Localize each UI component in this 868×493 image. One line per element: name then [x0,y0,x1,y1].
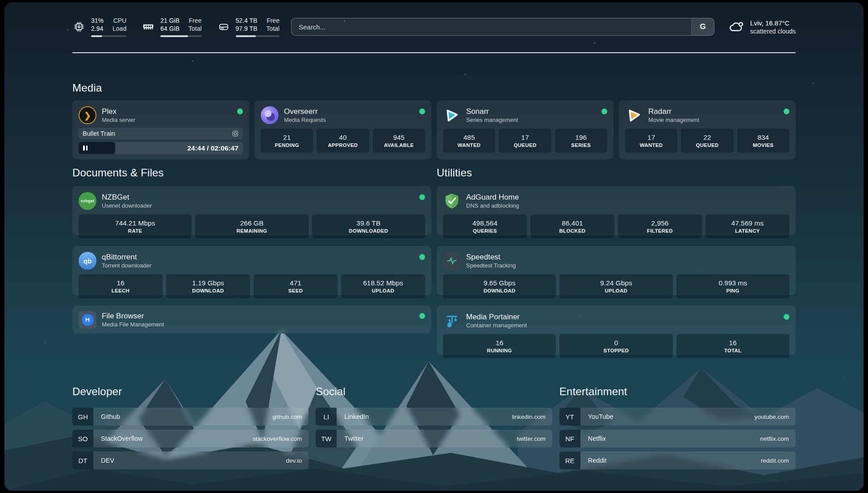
service-description: Container management [466,322,527,329]
cpu-progress-bar [91,35,126,37]
cpu-load-label: Load [113,25,126,33]
service-card-speedtest[interactable]: Speedtest Speedtest Tracking 9.65 Gbps D… [437,246,796,295]
service-name: Radarr [648,107,699,116]
portainer-icon [443,312,461,330]
status-dot [419,109,425,114]
disk-icon [217,20,230,33]
search-input[interactable] [292,18,691,35]
status-dot [601,109,607,114]
memory-free-label: Free [188,17,202,25]
stat-movies: 834 MOVIES [737,129,789,153]
memory-icon [142,20,155,33]
stat-running: 16 RUNNING [443,334,556,358]
plex-icon: ❯ [79,106,96,124]
search-bar: G [291,18,714,36]
disk-total-value: 97.9 TB [236,25,258,33]
service-description: Media server [102,116,135,124]
service-card-radarr[interactable]: Radarr Movie management 17 WANTED 22 QUE… [619,100,796,159]
stat-latency: 47.569 ms LATENCY [705,214,789,238]
service-card-qbittorrent[interactable]: qb qBittorrent Torrent downloader 16 LEE… [72,246,431,295]
stat-ping: 0.993 ms PING [676,274,789,298]
bookmark-reddit[interactable]: RE Reddit reddit.com [559,451,796,469]
service-stats: 498,564 QUERIES 86,401 BLOCKED 2,956 FIL… [443,214,789,238]
service-description: Movie management [648,116,699,124]
section-media: Media ❯ Plex Media server Bullet Train [72,82,796,159]
status-dot [784,314,789,320]
cpu-icon [72,20,86,33]
dashboard-window: 31% CPU 2.94 Load [4,2,864,491]
service-card-portainer[interactable]: Media Portainer Container management 16 … [437,306,796,355]
stat-queued: 17 QUEUED [499,129,551,153]
bookmark-netflix[interactable]: NF Netflix netflix.com [559,430,796,447]
service-description: Media Requests [284,116,326,124]
service-card-plex[interactable]: ❯ Plex Media server Bullet Train [72,100,249,159]
service-description: Usenet downloader [102,202,152,209]
section-title-utilities: Utilities [437,167,796,179]
search-provider-button[interactable]: G [691,18,714,35]
memory-total-label: Total [188,25,202,33]
service-stats: 16 RUNNING 0 STOPPED 16 TOTAL [443,334,789,358]
memory-total-value: 64 GiB [160,25,179,33]
bookmark-github[interactable]: GH Github github.com [72,408,309,426]
status-dot [237,109,243,114]
stat-download: 9.65 Gbps DOWNLOAD [443,274,556,298]
resource-widgets: 31% CPU 2.94 Load [72,17,280,37]
stat-approved: 40 APPROVED [317,129,369,153]
service-card-adguard[interactable]: AdGuard Home DNS and adblocking 498,564 … [437,186,796,235]
service-description: Torrent downloader [102,262,151,269]
now-playing-title: Bullet Train [83,130,115,137]
disk-free-label: Free [266,17,280,25]
stat-queries: 498,564 QUERIES [443,214,527,238]
stat-series: 196 SERIES [555,129,607,153]
status-dot [784,109,789,114]
service-name: Sonarr [466,107,518,116]
scattered-clouds-icon [728,18,745,35]
service-card-filebrowser[interactable]: File Browser Media File Management [72,306,431,334]
playback-elapsed [79,142,115,154]
bookmark-youtube[interactable]: YT YouTube youtube.com [559,408,796,426]
stat-seed: 471 SEED [254,274,338,298]
top-bar: 31% CPU 2.94 Load [72,12,796,42]
status-dot [419,313,425,319]
nzbget-icon: nzbget [79,192,96,210]
section-title-documents: Documents & Files [72,167,431,179]
bookmark-group-entertainment: Entertainment YT YouTube youtube.com NF … [559,385,796,469]
stat-remaining: 266 GB REMAINING [195,214,308,238]
section-documents: Documents & Files nzbget NZBGet Usenet d… [72,167,431,334]
weather-condition: scattered clouds [750,27,796,35]
service-name: Plex [102,107,135,116]
status-dot [419,194,425,200]
bookmark-stackoverflow[interactable]: SO StackOverflow stackoverflow.com [72,430,309,447]
service-name: qBittorrent [102,252,151,262]
service-name: Speedtest [466,252,516,262]
bookmark-twitter[interactable]: TW Twitter twitter.com [316,430,552,447]
status-dot [419,254,425,260]
service-description: DNS and adblocking [466,202,519,209]
stat-rate: 744.21 Mbps RATE [79,214,192,238]
service-name: Overseerr [284,107,326,116]
bookmark-dev[interactable]: DT DEV dev.to [72,451,309,469]
stat-filtered: 2,956 FILTERED [618,214,702,238]
weather-widget: Lviv, 16.87°C scattered clouds [728,18,796,35]
service-card-sonarr[interactable]: Sonarr Series management 485 WANTED 17 Q… [437,100,613,159]
service-card-nzbget[interactable]: nzbget NZBGet Usenet downloader 744.21 M… [72,186,431,235]
service-stats: 17 WANTED 22 QUEUED 834 MOVIES [625,129,789,153]
media-cards: ❯ Plex Media server Bullet Train [72,100,796,159]
playback-progress-bar: 24:44 / 02:06:47 [79,142,243,154]
service-card-overseerr[interactable]: Overseerr Media Requests 21 PENDING 40 A… [255,100,431,159]
overseerr-icon [261,106,279,124]
sonarr-icon [443,106,461,124]
stat-leech: 16 LEECH [79,274,163,298]
service-name: NZBGet [102,192,152,202]
disk-free-value: 52.4 TB [236,17,258,25]
bookmark-linkedin[interactable]: LI LinkedIn linkedin.com [316,408,552,426]
topbar-divider [72,52,796,53]
disk-widget: 52.4 TB Free 97.9 TB Total [217,17,280,37]
filebrowser-icon [79,311,96,329]
stat-wanted: 485 WANTED [443,129,495,153]
service-stats: 21 PENDING 40 APPROVED 945 AVAILABLE [261,129,425,153]
stat-upload: 9.24 Gbps UPLOAD [559,274,672,298]
cpu-load-value: 2.94 [91,25,104,33]
service-description: Media File Management [102,321,164,328]
stat-wanted: 17 WANTED [625,129,677,153]
